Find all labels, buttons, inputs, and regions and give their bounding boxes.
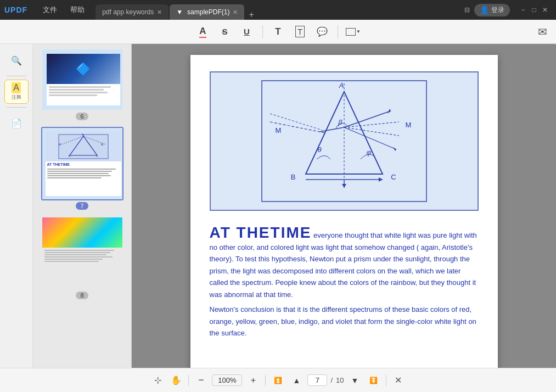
prev-page-icon: ▲ [293, 376, 301, 385]
thumb7-bg: A M M B C AT THETIME [42, 128, 123, 199]
pdf-title-line: AT THETIME everyone thought that white l… [210, 224, 479, 300]
pdf-viewer[interactable]: A B C M M β θ φ [132, 44, 556, 368]
maximize-button[interactable]: □ [530, 5, 538, 14]
tab-sample-pdf[interactable]: ▼ samplePDF(1) ✕ [170, 4, 244, 20]
menu-file[interactable]: 文件 [36, 3, 64, 17]
zoom-level-display[interactable]: 100% [212, 374, 242, 386]
annotation-toolbar: A S U T T 💬 ▼ ✉ [0, 20, 556, 44]
thumbnail-page-7[interactable]: A M M B C AT THETIME [41, 127, 123, 210]
shape-dropdown-icon: ▼ [356, 29, 361, 34]
next-page-icon: ▼ [351, 376, 359, 385]
sidebar-pages-button[interactable]: 📄 [4, 111, 29, 135]
sidebar-search-button[interactable]: 🔍 [4, 48, 29, 72]
page-number-input[interactable] [307, 374, 327, 386]
hand-tool-button[interactable]: ✋ [169, 373, 184, 388]
zoom-out-button[interactable]: − [193, 373, 209, 388]
thumb-img-7: A M M B C AT THETIME [41, 127, 123, 200]
sidebar-sep-2 [7, 107, 26, 108]
label-m-right: M [405, 121, 411, 129]
label-phi: φ [366, 148, 371, 156]
thumb8-line-1 [44, 250, 115, 251]
tab-pdf-keywords[interactable]: pdf app keywords ✕ [96, 4, 169, 20]
close-toolbar-button[interactable]: ✕ [391, 373, 406, 388]
thumb6-bg: 🔷 [42, 49, 123, 110]
first-page-icon: ⏫ [274, 377, 282, 384]
tab-label-active: samplePDF(1) [187, 8, 229, 16]
thumb8-line-6 [44, 261, 99, 262]
pages-icon: 📄 [11, 118, 22, 128]
last-page-button[interactable]: ⏬ [366, 373, 381, 388]
sidebar-annotate-button[interactable]: A 注释 [4, 80, 29, 104]
thumb6-line-4 [49, 94, 97, 96]
tab-label: pdf app keywords [102, 8, 154, 16]
windows-dropdown-icon[interactable]: ⊟ [464, 6, 470, 14]
next-page-button[interactable]: ▼ [347, 373, 363, 388]
main-area: 🔍 A 注释 📄 🔷 [0, 44, 556, 368]
pdf-title: AT THETIME [210, 224, 312, 241]
label-c: C [391, 173, 396, 181]
label-b: B [290, 173, 295, 181]
zoom-in-button[interactable]: + [245, 373, 261, 388]
thumb8-line-4 [44, 256, 113, 257]
login-button[interactable]: 👤 登录 [474, 4, 510, 16]
diagram-container: A B C M M β θ φ [210, 71, 479, 211]
label-m-left: M [275, 126, 281, 135]
underline-button[interactable]: U [238, 23, 256, 41]
window-controls: − □ ✕ [519, 5, 549, 14]
pdf-body-inline-1: everyone thought that white light was pu… [210, 231, 477, 299]
thumbnail-page-8[interactable]: 8 [41, 216, 123, 299]
minimize-button[interactable]: − [519, 5, 527, 14]
title-bar-right: ⊟ 👤 登录 − □ ✕ [464, 4, 556, 16]
thumb-num-8: 8 [76, 292, 88, 299]
first-page-button[interactable]: ⏫ [270, 373, 285, 388]
svg-text:M: M [59, 143, 61, 146]
thumbnails-panel: 🔷 6 [33, 44, 132, 368]
bottom-toolbar: ⊹ ✋ − 100% + ⏫ ▲ / 10 ▼ ⏬ ✕ [0, 368, 556, 392]
thumb7-body [46, 167, 121, 181]
comment-button[interactable]: 💬 [313, 23, 331, 41]
search-icon: 🔍 [11, 55, 22, 66]
prev-page-button[interactable]: ▲ [289, 373, 304, 388]
mail-button[interactable]: ✉ [538, 25, 547, 38]
thumbnail-page-6[interactable]: 🔷 6 [41, 48, 123, 120]
shape-button[interactable]: ▼ [345, 23, 362, 41]
thumb-img-8 [41, 216, 123, 290]
sidebar: 🔍 A 注释 📄 [0, 44, 33, 368]
text-t-button[interactable]: T [269, 23, 287, 41]
mail-icon: ✉ [538, 26, 547, 38]
menu-help[interactable]: 帮助 [64, 3, 91, 17]
title-bar: UPDF 文件 帮助 pdf app keywords ✕ ▼ samplePD… [0, 0, 556, 20]
thumb6-line-2 [49, 89, 104, 91]
bottom-sep-1 [188, 375, 189, 386]
pdf-content: AT THETIME everyone thought that white l… [210, 224, 479, 339]
bottom-sep-3 [386, 375, 386, 386]
svg-rect-0 [59, 135, 108, 159]
underline-icon: U [244, 27, 250, 36]
text-box-button[interactable]: T [291, 23, 309, 41]
toolbar-sep-1 [262, 25, 263, 38]
thumb8-line-3 [44, 254, 107, 255]
tab-close-icon[interactable]: ✕ [157, 9, 162, 16]
text-format-a-button[interactable]: A [194, 23, 212, 41]
comment-icon: 💬 [317, 26, 328, 37]
tab-close-active-icon[interactable]: ✕ [233, 9, 238, 16]
thumb-num-7: 7 [76, 202, 88, 210]
cursor-icon: ⊹ [154, 375, 161, 385]
thumb7-title-text: AT THETIME [46, 161, 121, 167]
pdf-page: A B C M M β θ φ [190, 55, 498, 368]
thumb8-photo [42, 217, 123, 248]
thumb8-line-5 [44, 259, 103, 260]
thumb-img-6: 🔷 [41, 48, 123, 111]
thumb6-line-3 [49, 92, 108, 93]
pdf-body-para-2: Newton's conclusion is that it is the di… [210, 304, 479, 339]
tabs-area: pdf app keywords ✕ ▼ samplePDF(1) ✕ + [91, 0, 464, 20]
thumb8-text [42, 248, 123, 265]
thumb6-photo-icon: 🔷 [76, 62, 91, 76]
strikethrough-button[interactable]: S [216, 23, 234, 41]
tab-add-button[interactable]: + [245, 10, 257, 20]
label-a: A [338, 81, 344, 89]
close-window-button[interactable]: ✕ [541, 5, 549, 14]
text-format-a-icon: A [199, 26, 206, 38]
cursor-tool-button[interactable]: ⊹ [150, 373, 165, 388]
thumb7-diagram: A M M B C [46, 131, 121, 161]
